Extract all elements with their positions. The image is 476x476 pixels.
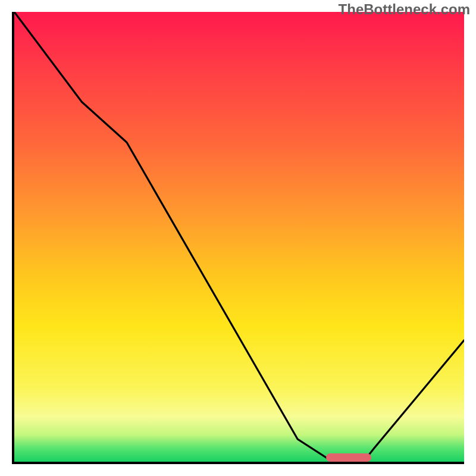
curve-path xyxy=(14,12,464,459)
plot-area xyxy=(12,12,464,464)
watermark-text: TheBottleneck.com xyxy=(339,1,470,18)
bottleneck-curve xyxy=(14,12,464,462)
optimal-range-marker xyxy=(326,453,371,462)
bottleneck-chart: TheBottleneck.com xyxy=(0,0,476,476)
